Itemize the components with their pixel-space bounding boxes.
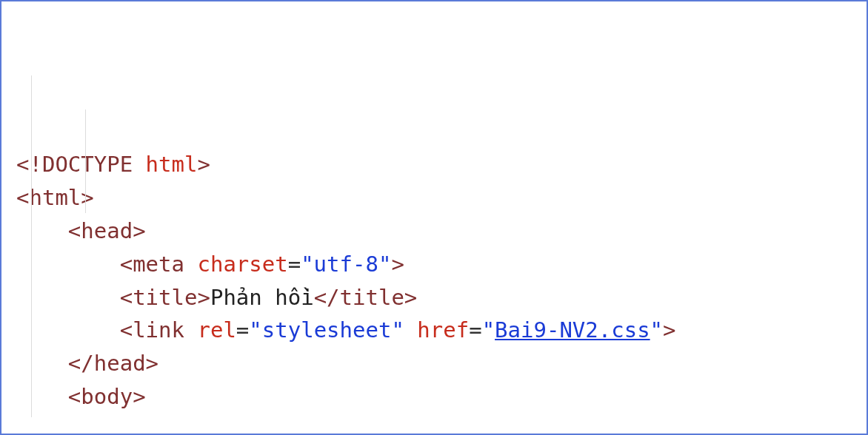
code-line: <body> [16, 380, 852, 414]
code-token: > [197, 152, 210, 177]
code-token: html [29, 185, 81, 210]
code-token: rel [197, 317, 236, 343]
code-token: > [133, 384, 145, 409]
code-token: = [236, 317, 249, 343]
code-token: = [469, 317, 481, 343]
code-token: > [146, 351, 158, 376]
code-line [16, 414, 852, 435]
code-token: > [133, 218, 145, 243]
code-token: link [133, 317, 197, 343]
code-token: head [94, 351, 146, 376]
code-line: <link rel="stylesheet" href="Bai9-NV2.cs… [16, 314, 852, 347]
code-line: <meta charset="utf-8"> [16, 248, 852, 281]
code-token: " [650, 317, 663, 343]
code-line: <head> [16, 215, 852, 248]
code-token: DOCTYPE [42, 152, 146, 177]
code-block: <!DOCTYPE html><html> <head> <meta chars… [0, 0, 868, 435]
code-token: > [391, 252, 404, 277]
code-token: < [120, 317, 133, 343]
code-token: < [120, 252, 133, 277]
code-token: title [340, 285, 404, 310]
code-token: > [81, 185, 93, 210]
code-token: < [68, 384, 81, 409]
code-token [404, 317, 417, 343]
code-line: <html> [16, 181, 852, 215]
code-token: meta [133, 252, 197, 277]
code-token: "utf-8" [301, 252, 391, 277]
code-line: </head> [16, 347, 852, 380]
code-token: "stylesheet" [249, 317, 404, 343]
code-token: > [404, 285, 417, 310]
code-content: <!DOCTYPE html><html> <head> <meta chars… [16, 148, 852, 435]
code-token: </ [68, 351, 94, 376]
code-token: Bai9-NV2.css [495, 317, 650, 343]
code-token: < [16, 185, 29, 210]
code-token: title [133, 285, 197, 310]
code-token: < [68, 218, 81, 243]
code-token: href [417, 317, 469, 343]
code-token: " [482, 317, 495, 343]
code-token: head [81, 218, 133, 243]
code-token: body [81, 384, 133, 409]
code-token: html [146, 152, 198, 177]
code-token: = [288, 252, 301, 277]
code-token: > [197, 285, 210, 310]
code-line: <!DOCTYPE html> [16, 148, 852, 181]
code-line: <title>Phản hồi</title> [16, 281, 852, 314]
code-token: charset [197, 252, 287, 277]
code-token: </ [314, 285, 340, 310]
code-token: Phản hồi [210, 285, 314, 310]
code-token: > [663, 317, 675, 343]
code-token: < [120, 285, 133, 310]
code-token: <! [16, 152, 42, 177]
